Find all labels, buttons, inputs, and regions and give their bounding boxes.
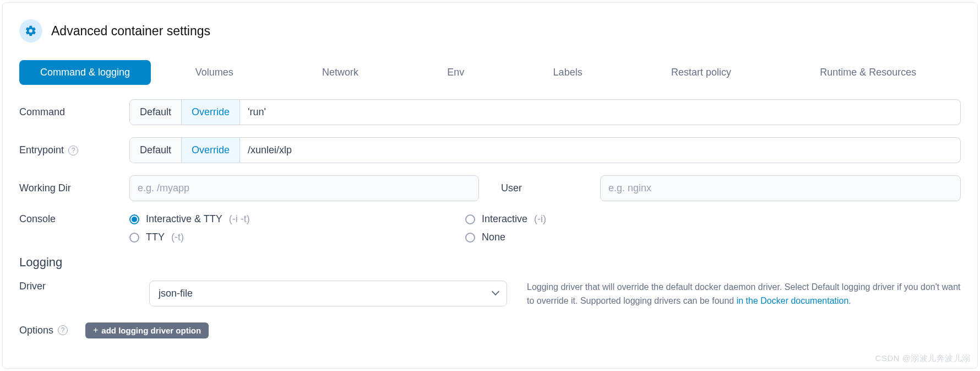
docker-docs-link[interactable]: in the Docker documentation — [737, 296, 849, 305]
add-logging-driver-button[interactable]: + add logging driver option — [85, 322, 209, 338]
advanced-container-panel: Advanced container settings Command & lo… — [2, 2, 978, 369]
console-interactive[interactable]: Interactive (-i) — [465, 213, 961, 225]
entrypoint-default-button[interactable]: Default — [130, 138, 181, 163]
tab-volumes[interactable]: Volumes — [184, 60, 244, 85]
panel-title: Advanced container settings — [51, 24, 210, 39]
options-row: Options ? + add logging driver option — [19, 322, 961, 338]
plus-icon: + — [93, 326, 98, 335]
driver-select[interactable]: json-file — [149, 281, 507, 307]
entrypoint-override-button[interactable]: Override — [181, 138, 239, 163]
command-toggle: Default Override — [129, 99, 240, 125]
radio-hint: (-t) — [171, 232, 184, 243]
options-label-text: Options — [19, 325, 53, 336]
tab-command-logging[interactable]: Command & logging — [19, 60, 151, 85]
radio-label: TTY — [146, 232, 165, 243]
radio-icon — [465, 214, 475, 224]
driver-label: Driver — [19, 281, 129, 292]
watermark: CSDN @溺波儿奔波儿溺 — [875, 353, 971, 364]
entrypoint-toggle: Default Override — [129, 137, 240, 163]
entrypoint-label: Entrypoint ? — [19, 144, 129, 156]
radio-icon — [129, 233, 139, 243]
radio-icon — [129, 214, 139, 224]
radio-icon — [465, 233, 475, 243]
gear-icon — [19, 19, 42, 42]
user-input[interactable] — [600, 175, 961, 201]
radio-hint: (-i -t) — [229, 213, 250, 225]
help-text-part2: . — [848, 296, 851, 305]
tab-restart-policy[interactable]: Restart policy — [660, 60, 742, 85]
console-interactive-tty[interactable]: Interactive & TTY (-i -t) — [129, 213, 465, 225]
help-icon[interactable]: ? — [58, 325, 68, 335]
tab-runtime-resources[interactable]: Runtime & Resources — [809, 60, 927, 85]
driver-help-text: Logging driver that will override the de… — [527, 281, 961, 308]
help-icon[interactable]: ? — [68, 146, 78, 155]
entrypoint-label-text: Entrypoint — [19, 144, 64, 156]
workingdir-label: Working Dir — [19, 182, 129, 194]
logging-title: Logging — [19, 255, 961, 270]
radio-label: Interactive — [482, 213, 527, 225]
console-tty[interactable]: TTY (-t) — [129, 232, 465, 243]
console-options: Interactive & TTY (-i -t) Interactive (-… — [129, 213, 961, 243]
tabs: Command & logging Volumes Network Env La… — [19, 60, 961, 85]
command-row: Command Default Override — [19, 99, 961, 125]
workingdir-input[interactable] — [129, 175, 479, 201]
tab-env[interactable]: Env — [436, 60, 475, 85]
console-row: Console Interactive & TTY (-i -t) Intera… — [19, 213, 961, 243]
workingdir-user-row: Working Dir User — [19, 175, 961, 201]
options-label: Options ? — [19, 325, 85, 336]
console-label: Console — [19, 213, 129, 225]
chevron-down-icon — [493, 291, 499, 297]
radio-label: None — [482, 232, 505, 243]
entrypoint-input[interactable] — [240, 137, 961, 163]
entrypoint-row: Entrypoint ? Default Override — [19, 137, 961, 163]
tab-labels[interactable]: Labels — [542, 60, 594, 85]
user-label: User — [501, 182, 600, 194]
command-input[interactable] — [240, 99, 961, 125]
driver-row: Driver json-file Logging driver that wil… — [19, 281, 961, 308]
radio-hint: (-i) — [534, 213, 546, 225]
command-default-button[interactable]: Default — [130, 100, 181, 125]
command-label: Command — [19, 106, 129, 118]
command-override-button[interactable]: Override — [181, 100, 239, 125]
console-none[interactable]: None — [465, 232, 961, 243]
driver-value: json-file — [159, 288, 193, 299]
add-button-label: add logging driver option — [101, 326, 201, 335]
radio-label: Interactive & TTY — [146, 213, 222, 225]
tab-network[interactable]: Network — [311, 60, 369, 85]
panel-header: Advanced container settings — [19, 19, 961, 42]
